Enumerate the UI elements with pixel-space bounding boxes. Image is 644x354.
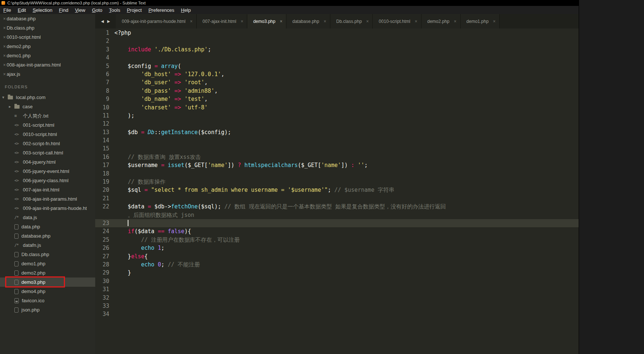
menu-file[interactable]: File bbox=[0, 7, 14, 14]
code-line-9[interactable]: 9 'db_name' => 'test', bbox=[95, 95, 579, 103]
tree-item-008-ajax-init-params-html[interactable]: <>008-ajax-init-params.html bbox=[0, 194, 95, 204]
menu-help[interactable]: Help bbox=[178, 7, 194, 14]
tree-item-demo3-php[interactable]: demo3.php bbox=[0, 278, 95, 287]
tree-item-case[interactable]: ▸case bbox=[0, 102, 95, 111]
chevron-right-icon[interactable]: ▸ bbox=[9, 104, 14, 109]
open-file-db-class-php[interactable]: ×Db.class.php bbox=[0, 23, 95, 33]
menu-preferences[interactable]: Preferences bbox=[145, 7, 178, 14]
tab-scroll-right-icon[interactable]: ▶ bbox=[107, 19, 110, 23]
code-line-15[interactable]: 15 bbox=[95, 144, 579, 153]
code-line-33[interactable]: 33 bbox=[95, 302, 579, 310]
code-line-12[interactable]: 12 bbox=[95, 120, 579, 128]
tab-close-icon[interactable]: × bbox=[493, 19, 496, 24]
close-file-icon[interactable]: × bbox=[0, 16, 7, 21]
tab-0010-script-html[interactable]: 0010-script.html× bbox=[373, 14, 421, 28]
close-file-icon[interactable]: × bbox=[0, 53, 7, 58]
tree-item-local-php-com[interactable]: ▾local.php.com bbox=[0, 93, 95, 102]
code-line-18[interactable]: 18 bbox=[95, 170, 579, 178]
tab-demo3-php[interactable]: demo3.php× bbox=[247, 14, 286, 28]
menu-view[interactable]: View bbox=[72, 7, 89, 14]
code-line-34[interactable]: 34 bbox=[95, 310, 579, 318]
tab-close-icon[interactable]: × bbox=[324, 19, 326, 24]
tab-009-ajax-init-params-huode-html[interactable]: 009-ajax-init-params-huode.html× bbox=[116, 14, 197, 28]
code-line-28[interactable]: 28 echo 0; // 不能注册 bbox=[95, 261, 579, 269]
tab-close-icon[interactable]: × bbox=[280, 19, 282, 24]
tree-item-0010-script-html[interactable]: <>0010-script.html bbox=[0, 130, 95, 139]
code-line-23[interactable]: 23 bbox=[95, 219, 579, 227]
code-line-14[interactable]: 14 bbox=[95, 136, 579, 144]
menu-find[interactable]: Find bbox=[56, 7, 72, 14]
tree-item-data-js[interactable]: /*data.js bbox=[0, 213, 95, 222]
tree-item-002-script-fn-html[interactable]: <>002-script-fn.html bbox=[0, 139, 95, 148]
tree-item-demo4-php[interactable]: demo4.php bbox=[0, 287, 95, 296]
code-line-2[interactable]: 2 bbox=[95, 37, 579, 45]
code-line-20[interactable]: 20 $sql = "select * from sh_admin where … bbox=[95, 186, 579, 194]
code-line-32[interactable]: 32 bbox=[95, 294, 579, 302]
tree-item-demo2-php[interactable]: demo2.php bbox=[0, 268, 95, 278]
chevron-down-icon[interactable]: ▾ bbox=[2, 95, 8, 100]
tree-item-favicon-ico[interactable]: favicon.ico bbox=[0, 296, 95, 305]
code-line-19[interactable]: 19 // 数据库操作 bbox=[95, 178, 579, 186]
code-line-3[interactable]: 3 include './Db.class.php'; bbox=[95, 45, 579, 54]
tree-item-json-php[interactable]: json.php bbox=[0, 305, 95, 314]
tab-close-icon[interactable]: × bbox=[415, 19, 417, 24]
tree-item-004-jquery-html[interactable]: <>004-jquery.html bbox=[0, 157, 95, 167]
code-line-21[interactable]: 21 bbox=[95, 194, 579, 202]
menu-goto[interactable]: Goto bbox=[89, 7, 106, 14]
code-line-22[interactable]: 22 $data = $db->fetchOne($sql); // 数组 现在… bbox=[95, 202, 579, 211]
menu-tools[interactable]: Tools bbox=[106, 7, 123, 14]
tree-item-database-php[interactable]: database.php bbox=[0, 231, 95, 241]
tab-scroll-left-icon[interactable]: ◀ bbox=[101, 19, 104, 23]
tree-item-data-php[interactable]: data.php bbox=[0, 222, 95, 231]
open-file-demo1-php[interactable]: ×demo1.php bbox=[0, 51, 95, 60]
tree-item-007-ajax-init-html[interactable]: <>007-ajax-init.html bbox=[0, 185, 95, 194]
open-file-008-ajax-init-params-html[interactable]: ×008-ajax-init-params.html bbox=[0, 60, 95, 69]
code-line-8[interactable]: 8 'db_pass' => 'admin88', bbox=[95, 87, 579, 95]
open-file-ajax-js[interactable]: ×ajax.js bbox=[0, 69, 95, 79]
tree-item-demo1-php[interactable]: demo1.php bbox=[0, 259, 95, 268]
open-file-0010-script-html[interactable]: ×0010-script.html bbox=[0, 33, 95, 42]
code-line-10[interactable]: 10 'charset' => 'utf-8' bbox=[95, 103, 579, 112]
open-file-demo2-php[interactable]: ×demo2.php bbox=[0, 42, 95, 51]
code-line-17[interactable]: 17 $username = isset($_GET['name']) ? ht… bbox=[95, 161, 579, 169]
code-line-11[interactable]: 11 ); bbox=[95, 112, 579, 120]
code-line-7[interactable]: 7 'db_user' => 'root', bbox=[95, 78, 579, 86]
code-line-5[interactable]: 5 $config = array( bbox=[95, 62, 579, 70]
close-file-icon[interactable]: × bbox=[0, 72, 7, 77]
tab-demo1-php[interactable]: demo1.php× bbox=[461, 14, 500, 28]
tree-item-006-jquery-class-html[interactable]: <>006-jquery-class.html bbox=[0, 176, 95, 185]
code-line-30[interactable]: 30 bbox=[95, 277, 579, 285]
menu-selection[interactable]: Selection bbox=[29, 7, 55, 14]
tree-item-db-class-php[interactable]: Db.class.php bbox=[0, 250, 95, 259]
code-line-29[interactable]: 29 } bbox=[95, 269, 579, 277]
open-file-database-php[interactable]: ×database.php bbox=[0, 14, 95, 23]
tab-demo2-php[interactable]: demo2.php× bbox=[421, 14, 461, 28]
menu-project[interactable]: Project bbox=[124, 7, 145, 14]
menu-edit[interactable]: Edit bbox=[14, 7, 29, 14]
tree-item-datafn-js[interactable]: /*datafn.js bbox=[0, 241, 95, 250]
tree-item-005-jquery-event-html[interactable]: <>005-jquery-event.html bbox=[0, 167, 95, 176]
tree-item-txt[interactable]: ≡个人简介.txt bbox=[0, 111, 95, 120]
tree-item-009-ajax-init-params-huode-ht[interactable]: <>009-ajax-init-params-huode.ht bbox=[0, 204, 95, 213]
close-file-icon[interactable]: × bbox=[0, 35, 7, 40]
code-line-1[interactable]: 1<?php bbox=[95, 29, 579, 37]
code-line-16[interactable]: 16 // 数据库查询 放置xss攻击 bbox=[95, 153, 579, 161]
tab-007-ajax-init-html[interactable]: 007-ajax-init.html× bbox=[197, 14, 247, 28]
close-file-icon[interactable]: × bbox=[0, 44, 7, 49]
code-line-24[interactable]: 24 if($data == false){ bbox=[95, 227, 579, 235]
tree-item-001-script-html[interactable]: <>001-script.html bbox=[0, 120, 95, 130]
code-line-6[interactable]: 6 'db_host' => '127.0.0.1', bbox=[95, 70, 579, 78]
tab-close-icon[interactable]: × bbox=[454, 19, 457, 24]
code-line-wrap[interactable]: 。后面组织数据格式 json bbox=[95, 211, 579, 219]
tab-database-php[interactable]: database.php× bbox=[286, 14, 330, 28]
close-file-icon[interactable]: × bbox=[0, 25, 7, 31]
code-line-4[interactable]: 4 bbox=[95, 54, 579, 62]
tab-close-icon[interactable]: × bbox=[366, 19, 369, 24]
tab-close-icon[interactable]: × bbox=[190, 19, 193, 24]
code-line-31[interactable]: 31 bbox=[95, 285, 579, 293]
code-line-13[interactable]: 13 $db = Db::getInstance($config); bbox=[95, 128, 579, 136]
close-file-icon[interactable]: × bbox=[0, 62, 7, 68]
code-line-26[interactable]: 26 echo 1; bbox=[95, 244, 579, 252]
tab-db-class-php[interactable]: Db.class.php× bbox=[330, 14, 373, 28]
tab-close-icon[interactable]: × bbox=[241, 19, 243, 24]
